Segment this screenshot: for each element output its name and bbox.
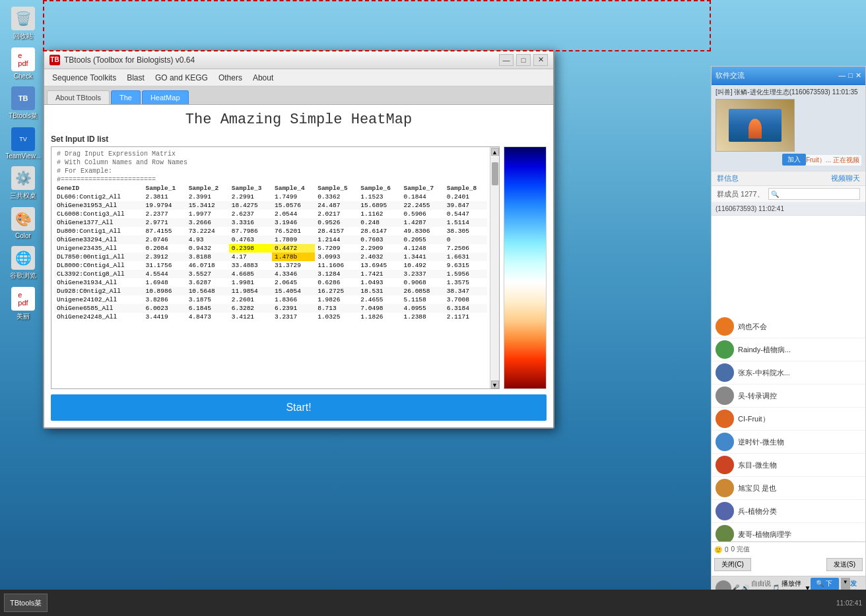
tab-about-tbtools[interactable]: About TBtools [47,90,110,104]
qq-group-info[interactable]: 群信息 [717,173,739,183]
table-cell: 1.1826 [358,313,401,321]
col-header-s1: Sample_1 [143,184,186,193]
table-cell: 3.2337 [401,270,444,278]
table-cell: 1.5956 [444,270,487,278]
table-cell: 3.1946 [272,218,315,227]
table-cell: DL8000:C0ntig4_All [54,261,143,270]
qq-close-button[interactable]: 关闭(C) [714,558,751,571]
table-cell: 7.0498 [358,304,401,313]
pdf-icon2[interactable]: epdf 美丽 [3,287,43,321]
table-cell: 3.5527 [186,270,229,278]
check-icon[interactable]: epdf Check [3,47,43,80]
qq-join-button[interactable]: 加入 [782,154,806,166]
desktop-icon-list: 🗑️ 回收站 epdf Check TB TBtools菜 TV TeamVie… [0,0,46,616]
qq-member-item[interactable]: 鸡也不会 [712,315,865,338]
scrollbar[interactable]: ▲ ▼ [490,147,499,388]
table-cell: 3.7008 [444,295,487,304]
scroll-track[interactable] [491,156,499,381]
settings-icon[interactable]: ⚙️ 三共权桌 [3,166,43,200]
table-cell: 1.3575 [444,278,487,287]
chrome-icon[interactable]: 🌐 谷歌浏览 [3,246,43,280]
table-cell: 1.7809 [272,235,315,244]
qq-member-avatar [716,363,734,382]
table-cell: DL606:Contig2_All [54,193,143,201]
table-cell: 0.2084 [143,244,186,253]
scroll-up-button[interactable]: ▲ [491,148,499,156]
table-cell: 2.0746 [143,235,186,244]
qq-video-chat[interactable]: 视频聊天 [831,173,860,183]
highlight-region [43,0,711,51]
table-cell: 9.6315 [444,261,487,270]
tab-the[interactable]: The [111,90,141,104]
tab-heatmap[interactable]: HeatMap [142,90,189,104]
table-cell: 1.7499 [272,193,315,201]
table-cell: Du928:C0ntig2_All [54,287,143,295]
table-cell: 1.2388 [401,313,444,321]
taskbar-tbtools[interactable]: TBtools菜 [4,594,48,612]
table-cell: CL3392:Contig8_All [54,270,143,278]
qq-minimize[interactable]: — [838,71,846,80]
scroll-thumb[interactable] [492,162,498,185]
qq-member-item[interactable]: Raindy-植物病... [712,338,865,361]
table-cell: 1.9981 [229,278,272,287]
minimize-button[interactable]: — [499,54,514,66]
menu-about[interactable]: About [248,71,279,84]
qq-member-item[interactable]: 旭宝贝 是也 [712,477,865,500]
table-cell: 6.0023 [143,304,186,313]
teamviewer-icon[interactable]: TV TeamView... [3,127,43,160]
table-cell: 3.8286 [143,295,186,304]
table-cell: CL6008:Contig3_All [54,210,143,218]
tbtools-icon[interactable]: TB TBtools菜 [3,86,43,121]
qq-member-name: 鸡也不会 [738,322,767,332]
qq-member-item[interactable]: CI-Fruit） [712,408,865,431]
menu-go-kegg[interactable]: GO and KEGG [150,71,213,84]
table-cell: 1.8366 [272,295,315,304]
maximize-button[interactable]: □ [516,54,531,66]
table-cell: 2.1171 [444,313,487,321]
table-cell: 2.0544 [272,210,315,218]
table-cell: 15.6895 [358,201,401,210]
data-container: # Drag Input Expression Matrix # With Co… [51,146,547,389]
table-cell: 1.9977 [186,210,229,218]
table-cell: 0.2055 [401,235,444,244]
menu-others[interactable]: Others [213,71,248,84]
qq-member-item[interactable]: 东目-微生物 [712,454,865,477]
table-cell: 0 [444,235,487,244]
data-text-content[interactable]: # Drag Input Expression Matrix # With Co… [51,147,490,388]
qq-status-count: 0 [725,546,729,553]
recycle-bin-icon[interactable]: 🗑️ 回收站 [3,7,43,41]
data-input-area[interactable]: # Drag Input Expression Matrix # With Co… [51,146,500,389]
scroll-down-button[interactable]: ▼ [491,381,499,388]
table-cell: 38.305 [444,227,487,235]
col-header-s5: Sample_5 [315,184,358,193]
table-cell: 19.9794 [143,201,186,210]
table-cell: 24.487 [315,201,358,210]
table-cell: 3.3316 [229,218,272,227]
close-button[interactable]: ✕ [533,54,548,66]
table-cell: 31.3729 [272,261,315,270]
qq-member-item[interactable]: 麦哥-植物病理学 [712,523,865,541]
menu-sequence-toolkits[interactable]: Sequence Toolkits [47,71,121,84]
qq-member-avatar [716,317,734,336]
menu-blast[interactable]: Blast [121,71,150,84]
qq-chat-preview: [叫兽] 张鳞-进化生理生态(1160673593) 11:01:35 CI-F… [712,85,865,171]
table-cell: 0.1844 [401,193,444,201]
color-icon[interactable]: 🎨 Color [3,207,43,239]
qq-member-item[interactable]: 兵-植物分类 [712,500,865,523]
qq-action-buttons: 关闭(C) 发送(S) [714,556,863,573]
qq-send-button[interactable]: 发送(S) [826,558,863,571]
start-button[interactable]: Start! [51,394,547,421]
window-title: TBtools (Toolbox for Biologists) v0.64 [64,55,499,65]
qq-win-controls: — □ ✕ [838,71,861,80]
table-cell: Unigene23435_All [54,244,143,253]
table-cell: 0.2398 [229,244,272,253]
qq-member-item[interactable]: 吴-转录调控 [712,385,865,408]
qq-member-item[interactable]: 张东-中科院水... [712,361,865,385]
table-cell: 2.0645 [272,278,315,287]
table-cell: 2.2909 [358,244,401,253]
qq-maximize[interactable]: □ [848,71,853,80]
qq-member-item[interactable]: 逆时针-微生物 [712,431,865,454]
qq-member-search[interactable] [768,188,860,200]
qq-close[interactable]: ✕ [855,71,861,80]
qq-titlebar: 软件交流 — □ ✕ [712,67,865,85]
